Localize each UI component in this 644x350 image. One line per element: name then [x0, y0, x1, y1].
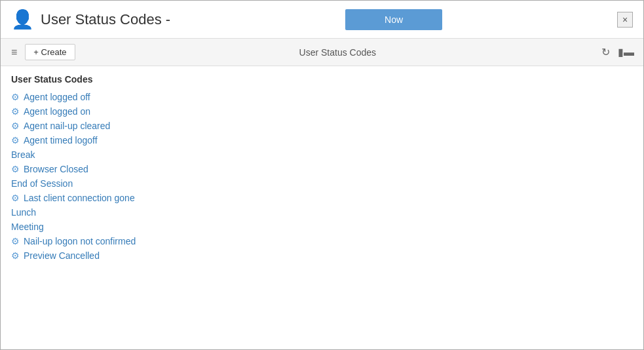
gear-icon-browser-closed: ⚙	[11, 164, 20, 174]
item-link-browser-closed[interactable]: Browser Closed	[24, 164, 88, 174]
item-link-agent-nailup-cleared[interactable]: Agent nail-up cleared	[24, 121, 110, 131]
list-item-lunch[interactable]: Lunch	[11, 205, 633, 220]
list-item-agent-nailup-cleared[interactable]: ⚙Agent nail-up cleared	[11, 119, 633, 133]
create-button[interactable]: + Create	[25, 44, 75, 60]
toolbar-left: ≡ + Create	[9, 44, 75, 60]
list-item-end-of-session[interactable]: End of Session	[11, 176, 633, 191]
list-item-break[interactable]: Break	[11, 147, 633, 162]
list-item-browser-closed[interactable]: ⚙Browser Closed	[11, 162, 633, 176]
chart-button[interactable]: ▮▬	[616, 45, 635, 60]
item-link-agent-timed-logoff[interactable]: Agent timed logoff	[24, 135, 98, 146]
toolbar: ≡ + Create User Status Codes ↻ ▮▬	[1, 39, 643, 66]
title-bar: 👤 User Status Codes - Now ×	[1, 1, 643, 39]
item-link-last-client-connection-gone[interactable]: Last client connection gone	[24, 193, 135, 203]
list-item-agent-timed-logoff[interactable]: ⚙Agent timed logoff	[11, 133, 633, 147]
title-left: 👤 User Status Codes -	[11, 9, 170, 30]
now-button[interactable]: Now	[345, 9, 442, 30]
list-item-nailup-logon-not-confirmed[interactable]: ⚙Nail-up logon not confirmed	[11, 234, 633, 248]
items-list: ⚙Agent logged off⚙Agent logged on⚙Agent …	[11, 90, 633, 263]
page-title: User Status Codes -	[41, 11, 170, 28]
item-link-agent-logged-off[interactable]: Agent logged off	[24, 92, 90, 102]
user-icon: 👤	[11, 9, 34, 30]
item-link-nailup-logon-not-confirmed[interactable]: Nail-up logon not confirmed	[24, 236, 136, 246]
section-header: User Status Codes	[11, 74, 633, 85]
gear-icon-agent-timed-logoff: ⚙	[11, 135, 20, 146]
toolbar-title: User Status Codes	[75, 47, 600, 58]
main-window: 👤 User Status Codes - Now × ≡ + Create U…	[0, 0, 644, 350]
gear-icon-nailup-logon-not-confirmed: ⚙	[11, 236, 20, 246]
item-link-preview-cancelled[interactable]: Preview Cancelled	[24, 250, 100, 261]
list-item-preview-cancelled[interactable]: ⚙Preview Cancelled	[11, 248, 633, 263]
gear-icon-agent-logged-off: ⚙	[11, 92, 20, 102]
list-item-meeting[interactable]: Meeting	[11, 220, 633, 234]
close-button[interactable]: ×	[617, 12, 633, 28]
gear-icon-agent-logged-on: ⚙	[11, 106, 20, 117]
gear-icon-agent-nailup-cleared: ⚙	[11, 121, 20, 131]
menu-icon[interactable]: ≡	[9, 45, 20, 60]
item-link-agent-logged-on[interactable]: Agent logged on	[24, 106, 90, 117]
toolbar-right: ↻ ▮▬	[600, 45, 635, 60]
gear-icon-last-client-connection-gone: ⚙	[11, 193, 20, 203]
refresh-button[interactable]: ↻	[600, 45, 611, 60]
gear-icon-preview-cancelled: ⚙	[11, 250, 20, 261]
list-item-agent-logged-off[interactable]: ⚙Agent logged off	[11, 90, 633, 104]
content-area: User Status Codes ⚙Agent logged off⚙Agen…	[1, 66, 643, 271]
list-item-last-client-connection-gone[interactable]: ⚙Last client connection gone	[11, 191, 633, 205]
list-item-agent-logged-on[interactable]: ⚙Agent logged on	[11, 104, 633, 119]
